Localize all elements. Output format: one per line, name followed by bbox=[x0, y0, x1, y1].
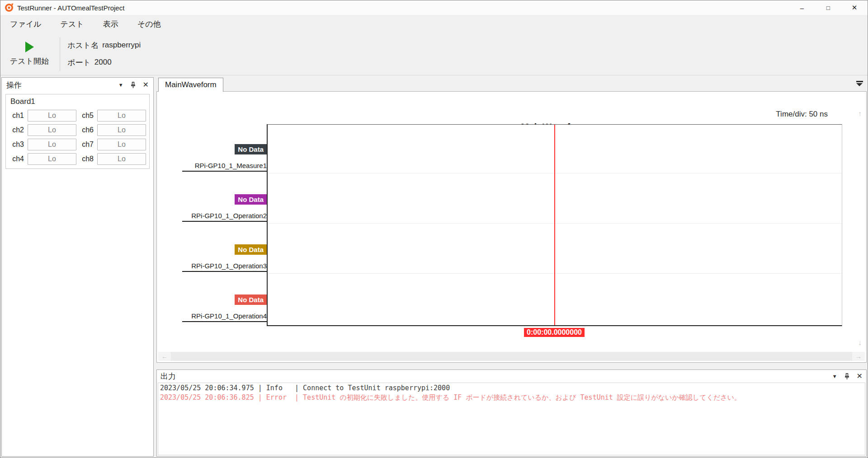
signal-name: RPi-GP10_1_Operation2 bbox=[182, 212, 267, 222]
signal-row: No Data RPi-GP10_1_Measure1 bbox=[182, 144, 267, 172]
signal-status-badge: No Data bbox=[235, 144, 267, 154]
channel-button-ch3[interactable]: Lo bbox=[28, 139, 76, 150]
waveform-content: Time/div: 50 ns MainWaveform No Data RPi… bbox=[156, 91, 867, 363]
cursor-time-badge: 0:00:00.0000000 bbox=[524, 328, 585, 337]
app-window: TestRunner - AUTOmealTestProject – □ ✕ フ… bbox=[0, 0, 868, 458]
operation-panel: 操作 ▼ ✕ Board1 ch1 Lo ch5 Lo ch2 Lo ch6 L… bbox=[1, 77, 154, 457]
waveform-tabstrip: MainWaveform bbox=[156, 77, 867, 91]
signal-name: RPi-GP10_1_Operation4 bbox=[182, 312, 267, 322]
title-bar: TestRunner - AUTOmealTestProject – □ ✕ bbox=[0, 0, 868, 15]
output-panel-title: 出力 bbox=[160, 371, 832, 382]
signal-status-badge: No Data bbox=[235, 244, 267, 255]
board-name: Board1 bbox=[10, 97, 146, 106]
menu-test[interactable]: テスト bbox=[51, 15, 94, 33]
channel-label-ch4: ch4 bbox=[9, 155, 28, 163]
channel-button-ch4[interactable]: Lo bbox=[28, 153, 76, 165]
minimize-button[interactable]: – bbox=[789, 0, 815, 15]
output-panel: 出力 ▼ ✕ 2023/05/25 20:06:34.975 | Info | … bbox=[156, 369, 867, 457]
close-button[interactable]: ✕ bbox=[841, 0, 868, 15]
menu-other[interactable]: その他 bbox=[128, 15, 170, 33]
signal-status-badge: No Data bbox=[235, 194, 267, 205]
channel-button-ch5[interactable]: Lo bbox=[97, 110, 146, 122]
waveform-plot bbox=[267, 124, 842, 326]
output-panel-header: 出力 ▼ ✕ bbox=[157, 370, 866, 383]
channel-label-ch1: ch1 bbox=[9, 112, 28, 120]
signal-row: No Data RPi-GP10_1_Operation4 bbox=[182, 294, 267, 322]
waveform-panel: MainWaveform Time/div: 50 ns MainWavefor… bbox=[156, 77, 867, 363]
tab-list-icon[interactable] bbox=[856, 81, 863, 87]
channel-label-ch3: ch3 bbox=[9, 140, 28, 149]
start-test-button[interactable]: テスト開始 bbox=[7, 37, 52, 71]
pin-icon[interactable] bbox=[844, 373, 849, 380]
channel-button-ch6[interactable]: Lo bbox=[97, 124, 146, 136]
window-title: TestRunner - AUTOmealTestProject bbox=[17, 4, 124, 12]
scroll-right-icon[interactable]: → bbox=[852, 352, 865, 361]
toolbar: テスト開始 ホスト名 raspberrypi ポート 2000 bbox=[0, 33, 868, 75]
scroll-left-icon[interactable]: ← bbox=[158, 352, 171, 361]
channel-label-ch6: ch6 bbox=[76, 126, 97, 134]
toolbar-separator bbox=[60, 37, 60, 71]
scrollbar-track[interactable] bbox=[171, 352, 852, 361]
channel-button-ch7[interactable]: Lo bbox=[97, 139, 146, 150]
menu-view[interactable]: 表示 bbox=[94, 15, 128, 33]
board-groupbox: Board1 ch1 Lo ch5 Lo ch2 Lo ch6 Lo ch3 L… bbox=[5, 94, 150, 169]
log-area: 2023/05/25 20:06:34.975 | Info | Connect… bbox=[158, 383, 865, 455]
signal-row: No Data RPi-GP10_1_Operation2 bbox=[182, 194, 267, 222]
channel-button-ch1[interactable]: Lo bbox=[28, 110, 76, 122]
log-line-error: 2023/05/25 20:06:36.825 | Error | TestUn… bbox=[160, 393, 863, 402]
pin-icon[interactable] bbox=[131, 82, 136, 89]
tab-mainwaveform[interactable]: MainWaveform bbox=[158, 78, 223, 92]
operation-panel-header: 操作 ▼ ✕ bbox=[2, 78, 153, 92]
signal-row: No Data RPi-GP10_1_Operation3 bbox=[182, 244, 267, 272]
app-logo-icon bbox=[5, 3, 14, 12]
channel-label-ch7: ch7 bbox=[76, 140, 97, 149]
scroll-up-icon[interactable]: ↑ bbox=[858, 110, 862, 118]
menu-bar: ファイル テスト 表示 その他 bbox=[0, 15, 868, 33]
window-controls: – □ ✕ bbox=[789, 0, 868, 15]
horizontal-scrollbar[interactable]: ← → bbox=[158, 352, 865, 361]
hostname-field[interactable]: raspberrypi bbox=[102, 41, 141, 50]
hostname-label: ホスト名 bbox=[67, 40, 99, 51]
channel-label-ch2: ch2 bbox=[9, 126, 28, 134]
operation-panel-title: 操作 bbox=[6, 80, 118, 90]
play-icon bbox=[25, 42, 34, 52]
panel-menu-chevron-down-icon[interactable]: ▼ bbox=[118, 83, 123, 88]
channel-button-ch2[interactable]: Lo bbox=[28, 124, 76, 136]
time-per-div-label: Time/div: 50 ns bbox=[776, 110, 828, 119]
scroll-down-icon[interactable]: ↓ bbox=[858, 339, 862, 347]
signal-status-badge: No Data bbox=[235, 294, 267, 305]
connection-settings: ホスト名 raspberrypi ポート 2000 bbox=[67, 37, 141, 71]
menu-file[interactable]: ファイル bbox=[0, 15, 51, 33]
panel-menu-chevron-down-icon[interactable]: ▼ bbox=[832, 374, 837, 379]
channel-label-ch5: ch5 bbox=[76, 112, 97, 120]
time-cursor-line[interactable] bbox=[554, 125, 555, 325]
maximize-button[interactable]: □ bbox=[815, 0, 841, 15]
port-label: ポート bbox=[67, 57, 91, 68]
channel-button-ch8[interactable]: Lo bbox=[97, 153, 146, 165]
start-test-label: テスト開始 bbox=[10, 56, 49, 66]
channel-label-ch8: ch8 bbox=[76, 155, 97, 163]
signal-name: RPi-GP10_1_Operation3 bbox=[182, 262, 267, 272]
log-line-info: 2023/05/25 20:06:34.975 | Info | Connect… bbox=[160, 383, 863, 393]
signal-name: RPi-GP10_1_Measure1 bbox=[182, 162, 267, 172]
panel-close-icon[interactable]: ✕ bbox=[857, 373, 863, 380]
panel-close-icon[interactable]: ✕ bbox=[143, 81, 149, 89]
port-field[interactable]: 2000 bbox=[94, 58, 112, 67]
channel-grid: ch1 Lo ch5 Lo ch2 Lo ch6 Lo ch3 Lo ch7 L… bbox=[9, 110, 146, 165]
